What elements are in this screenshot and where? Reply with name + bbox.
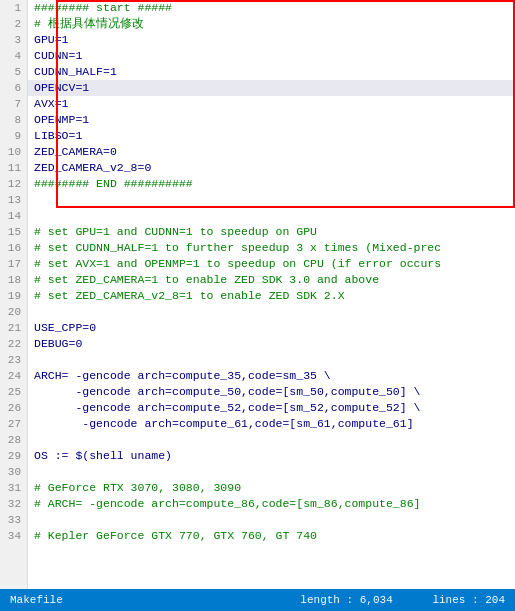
code-line-11: ZED_CAMERA_v2_8=0 bbox=[28, 160, 515, 176]
code-line-17: # set AVX=1 and OPENMP=1 to speedup on C… bbox=[28, 256, 515, 272]
line-number-28: 28 bbox=[6, 432, 21, 448]
code-line-23 bbox=[28, 352, 515, 368]
line-number-14: 14 bbox=[6, 208, 21, 224]
code-line-13 bbox=[28, 192, 515, 208]
line-number-30: 30 bbox=[6, 464, 21, 480]
line-number-26: 26 bbox=[6, 400, 21, 416]
line-numbers: 1234567891011121314151617181920212223242… bbox=[0, 0, 28, 589]
line-number-19: 19 bbox=[6, 288, 21, 304]
line-number-32: 32 bbox=[6, 496, 21, 512]
line-number-10: 10 bbox=[6, 144, 21, 160]
code-line-30 bbox=[28, 464, 515, 480]
code-line-26: -gencode arch=compute_52,code=[sm_52,com… bbox=[28, 400, 515, 416]
code-line-12: ######## END ########## bbox=[28, 176, 515, 192]
line-number-29: 29 bbox=[6, 448, 21, 464]
code-line-22: DEBUG=0 bbox=[28, 336, 515, 352]
code-line-34: # Kepler GeForce GTX 770, GTX 760, GT 74… bbox=[28, 528, 515, 544]
code-line-33 bbox=[28, 512, 515, 528]
line-number-33: 33 bbox=[6, 512, 21, 528]
line-number-31: 31 bbox=[6, 480, 21, 496]
code-line-14 bbox=[28, 208, 515, 224]
line-number-9: 9 bbox=[6, 128, 21, 144]
code-line-20 bbox=[28, 304, 515, 320]
line-number-5: 5 bbox=[6, 64, 21, 80]
line-number-6: 6 bbox=[6, 80, 21, 96]
code-line-25: -gencode arch=compute_50,code=[sm_50,com… bbox=[28, 384, 515, 400]
code-line-27: -gencode arch=compute_61,code=[sm_61,com… bbox=[28, 416, 515, 432]
code-line-5: CUDNN_HALF=1 bbox=[28, 64, 515, 80]
line-number-1: 1 bbox=[6, 0, 21, 16]
lines-info: lines : 204 bbox=[432, 594, 505, 606]
line-number-7: 7 bbox=[6, 96, 21, 112]
code-line-2: # 根据具体情况修改 bbox=[28, 16, 515, 32]
line-number-2: 2 bbox=[6, 16, 21, 32]
line-number-3: 3 bbox=[6, 32, 21, 48]
line-number-25: 25 bbox=[6, 384, 21, 400]
code-line-18: # set ZED_CAMERA=1 to enable ZED SDK 3.0… bbox=[28, 272, 515, 288]
code-line-29: OS := $(shell uname) bbox=[28, 448, 515, 464]
code-line-19: # set ZED_CAMERA_v2_8=1 to enable ZED SD… bbox=[28, 288, 515, 304]
line-number-21: 21 bbox=[6, 320, 21, 336]
code-line-24: ARCH= -gencode arch=compute_35,code=sm_3… bbox=[28, 368, 515, 384]
code-line-3: GPU=1 bbox=[28, 32, 515, 48]
code-line-4: CUDNN=1 bbox=[28, 48, 515, 64]
code-line-1: ######## start ##### bbox=[28, 0, 515, 16]
code-line-32: # ARCH= -gencode arch=compute_86,code=[s… bbox=[28, 496, 515, 512]
line-number-17: 17 bbox=[6, 256, 21, 272]
line-number-18: 18 bbox=[6, 272, 21, 288]
line-number-8: 8 bbox=[6, 112, 21, 128]
code-line-15: # set GPU=1 and CUDNN=1 to speedup on GP… bbox=[28, 224, 515, 240]
line-number-20: 20 bbox=[6, 304, 21, 320]
line-number-23: 23 bbox=[6, 352, 21, 368]
line-number-34: 34 bbox=[6, 528, 21, 544]
code-line-16: # set CUDNN_HALF=1 to further speedup 3 … bbox=[28, 240, 515, 256]
length-info: length : 6,034 bbox=[300, 594, 392, 606]
code-line-8: OPENMP=1 bbox=[28, 112, 515, 128]
code-line-10: ZED_CAMERA=0 bbox=[28, 144, 515, 160]
code-line-31: # GeForce RTX 3070, 3080, 3090 bbox=[28, 480, 515, 496]
code-line-7: AVX=1 bbox=[28, 96, 515, 112]
code-line-9: LIBSO=1 bbox=[28, 128, 515, 144]
code-line-28 bbox=[28, 432, 515, 448]
file-info: length : 6,034 lines : 204 bbox=[300, 594, 505, 606]
line-number-4: 4 bbox=[6, 48, 21, 64]
line-number-11: 11 bbox=[6, 160, 21, 176]
line-number-16: 16 bbox=[6, 240, 21, 256]
line-number-27: 27 bbox=[6, 416, 21, 432]
code-line-6: OPENCV=1 bbox=[28, 80, 515, 96]
line-number-12: 12 bbox=[6, 176, 21, 192]
code-line-21: USE_CPP=0 bbox=[28, 320, 515, 336]
line-number-22: 22 bbox=[6, 336, 21, 352]
line-number-15: 15 bbox=[6, 224, 21, 240]
line-number-13: 13 bbox=[6, 192, 21, 208]
code-content[interactable]: ######## start ###### 根据具体情况修改GPU=1CUDNN… bbox=[28, 0, 515, 589]
status-bar: Makefile length : 6,034 lines : 204 bbox=[0, 589, 515, 611]
line-number-24: 24 bbox=[6, 368, 21, 384]
filename-label: Makefile bbox=[10, 594, 63, 606]
editor: 1234567891011121314151617181920212223242… bbox=[0, 0, 515, 589]
